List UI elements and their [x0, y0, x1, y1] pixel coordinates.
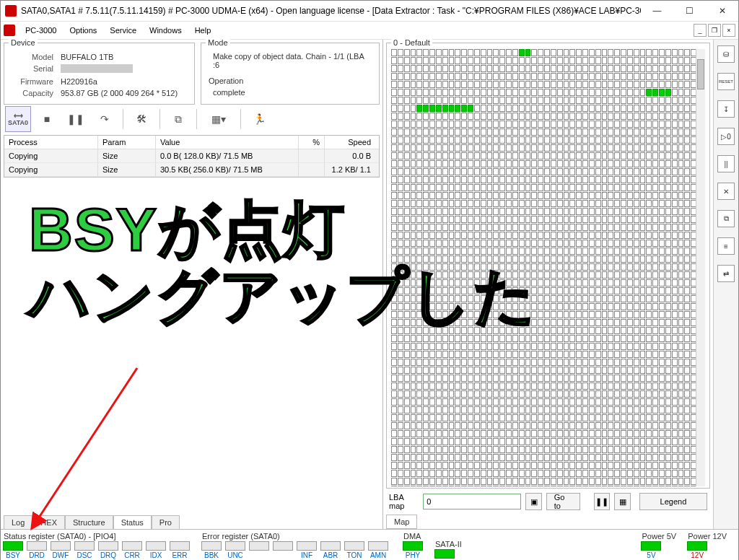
map-view-button[interactable]: ▦ [614, 493, 630, 510]
copy-button[interactable]: ⧉ [165, 106, 191, 132]
tool-cancel-icon[interactable]: ✕ [717, 183, 735, 200]
col-percent[interactable]: % [299, 136, 325, 149]
tab-map[interactable]: Map [386, 515, 417, 529]
col-speed[interactable]: Speed [325, 136, 375, 149]
lba-map-grid[interactable] [391, 49, 705, 486]
led-inf: INF [296, 541, 318, 559]
bottom-left-pane: Log HEX Structure Status Pro [1, 178, 382, 529]
tool-play0-icon[interactable]: ▷0 [717, 128, 735, 145]
menu-options[interactable]: Options [64, 24, 102, 37]
sata2-title: SATA-II [434, 540, 462, 548]
model-label: Model [10, 52, 56, 62]
tab-hex[interactable]: HEX [32, 515, 65, 529]
stop-button[interactable]: ■ [34, 106, 60, 132]
map-panel: 0 - Default [386, 43, 710, 489]
led-unc: UNC [224, 541, 246, 559]
map-scrollbar[interactable] [696, 49, 705, 486]
col-value[interactable]: Value [156, 136, 299, 149]
led-err: ERR [169, 541, 191, 559]
capacity-value: 953.87 GB (2 000 409 264 * 512) [58, 88, 180, 98]
error-reg-title: Error register (SATA0) [201, 532, 389, 541]
led-dwf: DWF [50, 541, 71, 559]
export-button[interactable]: ↷ [92, 106, 118, 132]
tools-button[interactable]: 🛠 [128, 106, 154, 132]
mdi-minimize[interactable]: _ [694, 24, 707, 37]
mode-group: Mode Make copy of object data. Chain - 1… [201, 43, 380, 105]
table-row[interactable]: Copying Size 0.0 B( 128.0 KB)/ 71.5 MB 0… [4, 149, 379, 163]
table-row[interactable]: Copying Size 30.5 KB( 256.0 KB)/ 71.5 MB… [4, 163, 379, 177]
model-value: BUFFALO 1TB [58, 52, 180, 62]
statusbar: Status register (SATA0) - [PIO4] BSYDRDD… [1, 529, 738, 560]
tab-status[interactable]: Status [113, 515, 152, 529]
tool-swap-icon[interactable]: ⇄ [717, 265, 735, 282]
run-button[interactable]: 🏃 [246, 106, 272, 132]
dma-title: DMA [402, 532, 424, 541]
tab-pro[interactable]: Pro [152, 515, 180, 529]
device-group: Device ModelBUFFALO 1TB Serial FirmwareH… [4, 43, 195, 105]
tab-structure[interactable]: Structure [65, 515, 113, 529]
menu-help[interactable]: Help [189, 24, 217, 37]
tool-disk-icon[interactable]: ⛁ [717, 45, 735, 63]
led-ton: TON [344, 541, 365, 559]
operation-label: Operation [206, 75, 375, 87]
tool-pause-icon[interactable]: || [717, 155, 735, 172]
tool-down-icon[interactable]: ↧ [717, 100, 735, 118]
menu-windows[interactable]: Windows [144, 24, 188, 37]
mdi-restore[interactable]: ❐ [708, 24, 721, 37]
app-icon [5, 5, 17, 17]
tool-reset-icon[interactable]: RESET [717, 73, 735, 90]
led-drd: DRD [26, 541, 48, 559]
pause-button[interactable]: ❚❚ [63, 106, 89, 132]
process-table: Process Param Value % Speed Copying Size… [4, 135, 380, 178]
serial-value [58, 64, 180, 75]
power12-title: Power 12V [686, 532, 727, 541]
right-icon-bar: ⛁ RESET ↧ ▷0 || ✕ ⧉ ≡ ⇄ [713, 40, 738, 529]
operation-value: complete [206, 87, 375, 98]
sata0-button[interactable]: ⟷SATA0 [5, 106, 31, 132]
lba-label: LBA map [389, 493, 419, 510]
status-reg-title: Status register (SATA0) - [PIO4] [2, 532, 191, 541]
led-sata [434, 549, 455, 559]
close-button[interactable]: ✕ [706, 1, 738, 21]
tab-log[interactable]: Log [4, 515, 32, 529]
firmware-value: H220916a [58, 76, 180, 87]
menu-service[interactable]: Service [104, 24, 142, 37]
toolbar: ⟷SATA0 ■ ❚❚ ↷ 🛠 ⧉ ▦▾ 🏃 [1, 105, 382, 134]
map-view-button[interactable]: ▦▾ [202, 106, 235, 132]
goto-button[interactable]: Go to [546, 493, 580, 510]
map-pause-button[interactable]: ❚❚ [594, 493, 610, 510]
firmware-label: Firmware [10, 76, 56, 87]
menubar: PC-3000 Options Service Windows Help _ ❐… [1, 22, 738, 40]
led-5v: 5V [640, 541, 662, 559]
led-12v: 12V [686, 541, 708, 559]
led-amn: AMN [367, 541, 389, 559]
col-param[interactable]: Param [98, 136, 156, 149]
tool-copy-icon[interactable]: ⧉ [717, 210, 735, 227]
led-x [248, 541, 270, 559]
mode-line: Make copy of object data. Chain - 1/1 (L… [206, 51, 375, 71]
led-phy: PHY [402, 541, 424, 559]
led-drq: DRQ [97, 541, 119, 559]
legend-button[interactable]: Legend [639, 493, 707, 510]
menu-pc3000[interactable]: PC-3000 [19, 24, 62, 37]
led-idx: IDX [145, 541, 167, 559]
mdi-close[interactable]: × [722, 24, 735, 37]
col-process[interactable]: Process [4, 136, 98, 149]
mode-title: Mode [206, 38, 230, 47]
menu-app-icon [4, 25, 15, 36]
capacity-label: Capacity [10, 88, 56, 98]
titlebar: SATA0,SATA1 # 7.5.11(7.5.11.14159) # PC-… [1, 1, 738, 22]
maximize-button[interactable]: ☐ [673, 1, 706, 21]
map-title: 0 - Default [391, 38, 432, 47]
tool-list-icon[interactable]: ≡ [717, 237, 735, 255]
led-abr: ABR [320, 541, 341, 559]
window-title: SATA0,SATA1 # 7.5.11(7.5.11.14159) # PC-… [21, 6, 641, 16]
lba-flag-button[interactable]: ▣ [525, 493, 541, 510]
led-dsc: DSC [74, 541, 95, 559]
led-x [272, 541, 294, 559]
power5-title: Power 5V [640, 532, 676, 541]
led-crr: CRR [121, 541, 143, 559]
minimize-button[interactable]: — [641, 1, 673, 21]
lba-input[interactable] [423, 494, 521, 509]
led-bbk: BBK [201, 541, 222, 559]
